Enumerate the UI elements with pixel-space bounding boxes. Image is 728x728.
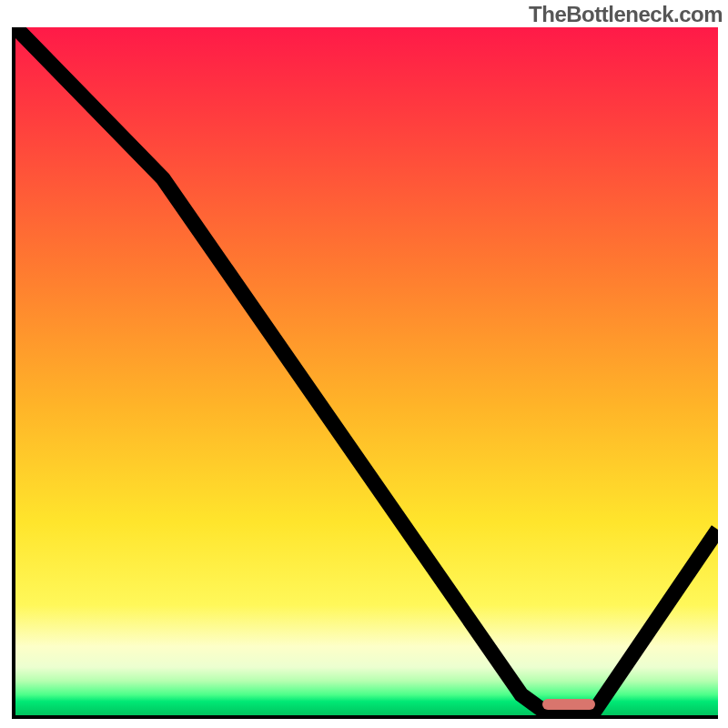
chart-frame: TheBottleneck.com — [0, 0, 728, 728]
plot-area — [12, 27, 718, 719]
optimal-marker — [542, 699, 595, 710]
curve-path — [15, 27, 718, 715]
watermark-text: TheBottleneck.com — [529, 2, 723, 27]
bottleneck-curve — [15, 27, 718, 715]
